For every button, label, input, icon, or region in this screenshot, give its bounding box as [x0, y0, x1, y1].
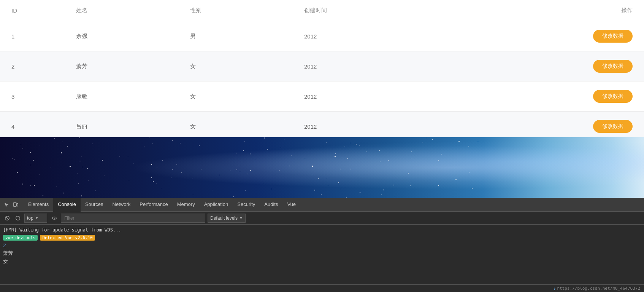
table-row: 3 康敏 女 2012 修改数据: [0, 81, 644, 112]
tab-audits[interactable]: Audits: [260, 198, 282, 212]
clear-console-button[interactable]: [3, 214, 11, 222]
svg-rect-0: [14, 202, 16, 206]
svg-point-6: [54, 217, 55, 219]
cell-action: 修改数据: [456, 81, 644, 112]
cell-created: 2012: [304, 81, 456, 112]
table-row: 2 萧芳 女 2012 修改数据: [0, 51, 644, 81]
vue-devtools-badge: vue-devtools: [3, 235, 38, 241]
console-line-badge: vue-devtools Detected Vue v2.6.10: [0, 234, 644, 241]
main-content: ID 姓名 性别 创建时间 操作 1 余强 男 2012 修改数据 2 萧芳 女…: [0, 0, 644, 137]
tab-elements[interactable]: Elements: [24, 198, 53, 212]
cell-created: 2012: [304, 51, 456, 81]
cell-id: 2: [0, 51, 76, 81]
cell-id: 1: [0, 21, 76, 51]
context-selector[interactable]: top ▼: [24, 214, 47, 223]
devtools-tabs-bar: Elements Console Sources Network Perform…: [0, 198, 644, 212]
edit-button[interactable]: 修改数据: [593, 60, 633, 73]
prompt-icon: ›: [554, 285, 555, 292]
status-url: https://blog.csdn.net/m0_46470372: [557, 286, 640, 291]
edit-button[interactable]: 修改数据: [593, 120, 633, 133]
console-line-gender: 女: [0, 257, 644, 266]
col-header-id: ID: [0, 0, 76, 21]
cell-name: 萧芳: [76, 51, 190, 81]
devtools-toolbar-icons: [3, 201, 19, 208]
galaxy-background: [0, 137, 644, 198]
edit-button[interactable]: 修改数据: [593, 90, 633, 103]
edit-button[interactable]: 修改数据: [593, 30, 633, 43]
cell-created: 2012: [304, 21, 456, 51]
console-output: [HMR] Waiting for update signal from WDS…: [0, 225, 644, 284]
devtools-statusbar: › https://blog.csdn.net/m0_46470372: [0, 284, 644, 292]
cell-gender: 女: [190, 81, 304, 112]
table-row: 1 余强 男 2012 修改数据: [0, 21, 644, 51]
data-table: ID 姓名 性别 创建时间 操作 1 余强 男 2012 修改数据 2 萧芳 女…: [0, 0, 644, 142]
tab-console[interactable]: Console: [53, 198, 81, 212]
cell-id: 3: [0, 81, 76, 112]
cell-gender: 女: [190, 51, 304, 81]
eye-icon[interactable]: [50, 214, 59, 222]
svg-line-3: [6, 217, 8, 219]
chevron-down-icon: ▼: [35, 216, 39, 220]
tab-network[interactable]: Network: [108, 198, 135, 212]
cell-action: 修改数据: [456, 51, 644, 81]
cell-gender: 男: [190, 21, 304, 51]
tab-performance[interactable]: Performance: [135, 198, 172, 212]
filter-icon[interactable]: [14, 214, 22, 222]
detected-vue-badge: Detected Vue v2.6.10: [40, 235, 95, 241]
col-header-name: 姓名: [76, 0, 190, 21]
stars-decoration: [0, 137, 644, 198]
col-header-gender: 性别: [190, 0, 304, 21]
devtools-console-toolbar: top ▼ Default levels ▼: [0, 212, 644, 225]
console-line-hmr: [HMR] Waiting for update signal from WDS…: [0, 226, 644, 234]
console-line-number: 2: [0, 241, 644, 249]
chevron-down-icon: ▼: [239, 216, 243, 220]
console-line-name: 萧芳: [0, 249, 644, 257]
col-header-action: 操作: [456, 0, 644, 21]
cell-action: 修改数据: [456, 21, 644, 51]
svg-point-4: [16, 216, 20, 220]
tab-application[interactable]: Application: [200, 198, 233, 212]
levels-dropdown[interactable]: Default levels ▼: [208, 214, 246, 223]
cell-name: 康敏: [76, 81, 190, 112]
devtools-panel: Elements Console Sources Network Perform…: [0, 198, 644, 292]
cursor-icon[interactable]: [3, 201, 10, 208]
console-filter-input[interactable]: [61, 214, 205, 223]
cell-name: 余强: [76, 21, 190, 51]
col-header-created: 创建时间: [304, 0, 456, 21]
device-icon[interactable]: [12, 201, 19, 208]
svg-rect-1: [17, 203, 18, 206]
tab-security[interactable]: Security: [233, 198, 260, 212]
table-header-row: ID 姓名 性别 创建时间 操作: [0, 0, 644, 21]
tab-vue[interactable]: Vue: [282, 198, 300, 212]
tab-memory[interactable]: Memory: [173, 198, 200, 212]
tab-sources[interactable]: Sources: [81, 198, 108, 212]
